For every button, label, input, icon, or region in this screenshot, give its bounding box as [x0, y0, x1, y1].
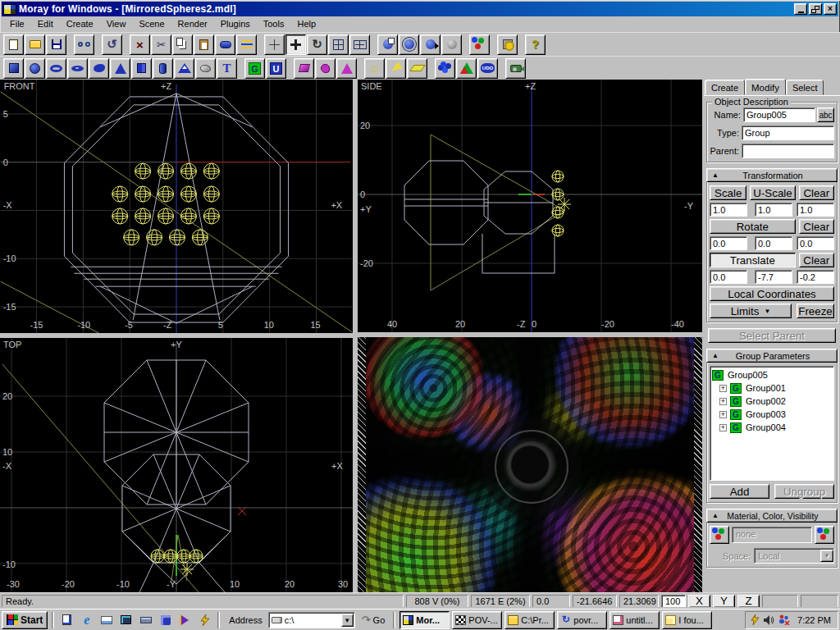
translate-y-field[interactable] — [755, 270, 792, 284]
rotate-button[interactable]: ↻ — [307, 34, 327, 55]
layer-lines-button[interactable] — [236, 34, 257, 55]
scale-y-field[interactable] — [755, 203, 792, 217]
quicklaunch-media-player-icon[interactable] — [176, 611, 194, 628]
go-button[interactable]: ↷ Go — [358, 612, 390, 628]
cylinder-button[interactable] — [153, 58, 173, 79]
tree-item[interactable]: + G Group002 — [712, 395, 832, 408]
selected-spheres-layer[interactable] — [552, 171, 571, 236]
material-header[interactable]: ▲ Material, Color, Visibility — [706, 509, 838, 523]
taskbar-window-povray[interactable]: ↻ povr... — [557, 611, 607, 629]
address-combobox[interactable]: c:\ ▼ — [268, 612, 355, 628]
camera-button[interactable] — [505, 58, 526, 79]
heightfield-button[interactable] — [174, 58, 194, 79]
limits-button[interactable]: Limits ▼ — [710, 304, 792, 318]
delete-button[interactable]: × — [130, 34, 150, 55]
group-parameters-header[interactable]: ▲ Group Parameters — [706, 349, 838, 363]
sweep-button[interactable] — [215, 34, 235, 55]
tree-item[interactable]: + G Group004 — [712, 421, 832, 434]
viewport-render-preview[interactable] — [358, 337, 702, 592]
translate-clear-button[interactable]: Clear — [799, 253, 834, 267]
render-continue-button[interactable] — [420, 34, 441, 55]
menu-tools[interactable]: Tools — [257, 17, 291, 31]
bezier-patch-button[interactable] — [294, 58, 314, 79]
tray-network-users-icon[interactable] — [778, 614, 790, 625]
rotate-x-field[interactable] — [710, 236, 747, 250]
render-wire-button[interactable] — [377, 34, 398, 55]
rotate-z-field[interactable] — [797, 236, 834, 250]
freeze-button[interactable]: Freeze — [797, 304, 834, 318]
material-editor-button[interactable] — [469, 34, 490, 55]
csg-union-button[interactable]: U — [266, 58, 286, 79]
group-tree[interactable]: G Group005 + G Group001 + G Group002 — [710, 366, 834, 481]
blob-button[interactable] — [89, 58, 109, 79]
cone-button[interactable] — [110, 58, 130, 79]
torus-button[interactable] — [46, 58, 66, 79]
add-button[interactable]: Add — [710, 484, 769, 499]
local-coordinates-button[interactable]: Local Coordinates — [710, 286, 834, 301]
quicklaunch-outlook-express-icon[interactable] — [98, 611, 115, 628]
tab-select[interactable]: Select — [786, 80, 824, 95]
point-light-button[interactable]: ☼ — [364, 58, 385, 79]
tree-item-root[interactable]: G Group005 — [712, 368, 832, 381]
translate-x-field[interactable] — [710, 270, 747, 284]
rock-button[interactable] — [195, 58, 216, 79]
axis-z-toggle[interactable]: Z — [737, 595, 760, 608]
quicklaunch-internet-explorer-icon[interactable]: e — [78, 611, 95, 628]
viewport-front[interactable]: FRONT +Z 5 0 -10 -15 -X +X -15 -10 -5 -Z… — [0, 80, 353, 333]
minimize-button[interactable] — [794, 3, 807, 15]
rotate-y-field[interactable] — [755, 236, 792, 250]
open-file-button[interactable] — [25, 34, 45, 55]
zoom-extents-button[interactable] — [328, 34, 349, 55]
restore-button[interactable] — [809, 3, 822, 15]
top-viewport-canvas[interactable]: TOP +Y 20 10 -10 -X +X -30 -20 -10 -Y 10… — [0, 338, 353, 592]
taskbar-window-pov[interactable]: POV-... — [452, 611, 502, 629]
text-button[interactable]: T — [217, 58, 237, 79]
taskbar-window-moray[interactable]: Mor... — [399, 611, 450, 629]
tab-create[interactable]: Create — [705, 80, 745, 95]
translate-z-field[interactable] — [797, 270, 834, 284]
menu-plugins[interactable]: Plugins — [214, 17, 257, 31]
material-editor-button[interactable] — [815, 526, 834, 544]
axis-x-toggle[interactable]: X — [688, 595, 710, 608]
quicklaunch-channels-icon[interactable] — [117, 611, 135, 628]
material-picker-button[interactable] — [710, 526, 729, 544]
cut-button[interactable]: ✂ — [151, 34, 171, 55]
scale-x-field[interactable] — [710, 203, 747, 217]
scale-z-field[interactable] — [797, 203, 834, 217]
render-pause-button[interactable] — [441, 34, 462, 55]
rotate-button[interactable]: Rotate — [710, 219, 796, 234]
bounding-button[interactable] — [435, 58, 455, 79]
quicklaunch-winamp-icon[interactable] — [196, 611, 213, 628]
taskbar-window-notes[interactable]: I fou... — [662, 611, 712, 629]
move-small-button[interactable] — [264, 34, 285, 55]
undo-button[interactable]: ↺ — [102, 34, 122, 55]
plugin-object-button[interactable] — [315, 58, 336, 79]
copy-button[interactable] — [172, 34, 193, 55]
quicklaunch-show-desktop-icon[interactable] — [58, 611, 75, 628]
group-button[interactable]: G — [244, 58, 265, 79]
rename-abc-button[interactable]: abc — [817, 107, 834, 122]
new-file-button[interactable] — [3, 34, 24, 55]
expand-plus-icon[interactable]: + — [719, 411, 727, 418]
prism-button[interactable] — [131, 58, 152, 79]
taskbar-clock[interactable]: 7:22 PM — [797, 615, 831, 625]
scale-button[interactable]: Scale — [710, 185, 746, 200]
tree-item[interactable]: + G Group003 — [712, 408, 832, 421]
menu-render[interactable]: Render — [171, 17, 214, 31]
tray-volume-icon[interactable] — [764, 615, 774, 625]
front-viewport-canvas[interactable]: FRONT +Z 5 0 -10 -15 -X +X -15 -10 -5 -Z… — [0, 80, 353, 333]
space-combobox[interactable]: Local ▼ — [754, 548, 834, 564]
cube-button[interactable] — [3, 58, 24, 79]
scale-clear-button[interactable]: Clear — [799, 185, 834, 200]
help-button[interactable]: ? — [525, 34, 546, 55]
uscale-button[interactable]: U-Scale — [750, 185, 795, 200]
save-button[interactable] — [46, 34, 66, 55]
browse-file-button[interactable] — [74, 34, 94, 55]
start-button[interactable]: Start — [2, 611, 48, 629]
viewport-side[interactable]: SIDE +Z 20 0 -20 +Y -Y 40 20 -Z 0 -20 -4… — [358, 80, 702, 332]
material-button[interactable] — [456, 58, 477, 79]
spot-light-button[interactable] — [386, 58, 406, 79]
close-button[interactable]: × — [824, 3, 837, 15]
ungroup-button[interactable]: Ungroup — [774, 484, 834, 499]
expand-plus-icon[interactable]: + — [719, 398, 727, 405]
